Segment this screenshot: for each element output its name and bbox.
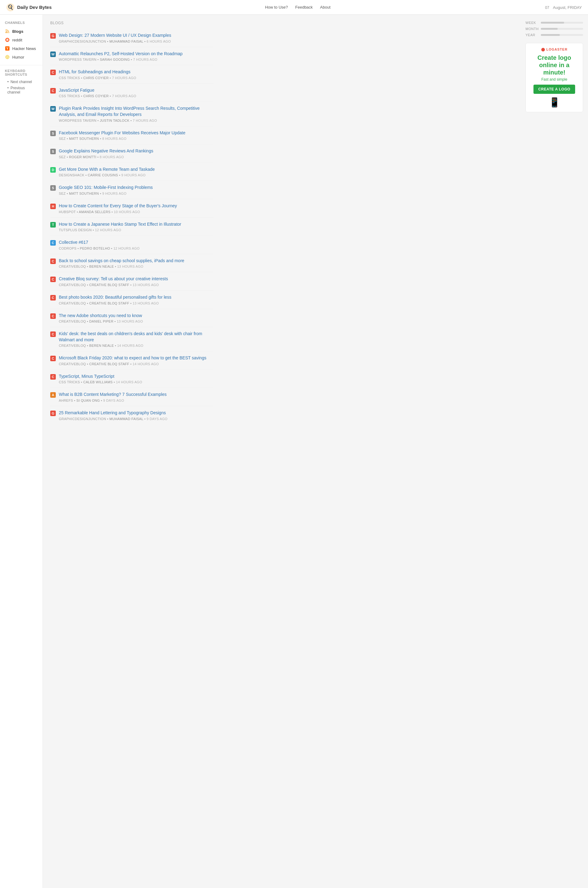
sidebar-item-humor[interactable]: Humor <box>0 53 43 61</box>
article-content: The new Adobe shortcuts you need to know… <box>59 313 213 323</box>
article-title[interactable]: 25 Remarkable Hand Lettering and Typogra… <box>59 410 213 416</box>
article-favicon: C <box>50 258 56 264</box>
article-favicon: C <box>50 332 56 337</box>
article-favicon: C <box>50 70 56 75</box>
sidebar-hackernews-label: Hacker News <box>12 46 36 51</box>
article-title[interactable]: How to Create a Japanese Hanko Stamp Tex… <box>59 221 213 227</box>
article-item: CJavaScript FatigueCSS TRICKS • Chris Co… <box>50 84 213 102</box>
article-content: How to Create Content for Every Stage of… <box>59 203 213 214</box>
stat-year: YEAR <box>525 33 583 37</box>
logo-text: Daily Dev Bytes <box>17 5 52 10</box>
article-item: GWeb Design: 27 Modern Website UI / UX D… <box>50 29 213 47</box>
article-content: Facebook Messenger Plugin For Websites R… <box>59 130 213 141</box>
article-item: DGet More Done With a Remote Team and Ta… <box>50 163 213 181</box>
article-item: WAutomattic Relaunches P2, Self-Hosted V… <box>50 47 213 66</box>
ad-block: ⬤ LOGASTER Create logoonline in aminute!… <box>525 43 583 112</box>
article-meta: SEZ • Roger Montti • 8 hours ago <box>59 155 213 159</box>
article-favicon: T <box>50 222 56 227</box>
article-item: CBest photo books 2020: Beautiful person… <box>50 291 213 309</box>
article-favicon: C <box>50 356 56 361</box>
article-content: 25 Remarkable Hand Lettering and Typogra… <box>59 410 213 421</box>
article-title[interactable]: What is B2B Content Marketing? 7 Success… <box>59 392 213 398</box>
article-meta: CREATIVEBLOQ • Creative Bloq Staff • 13 … <box>59 283 213 287</box>
article-item: G25 Remarkable Hand Lettering and Typogr… <box>50 406 213 424</box>
article-content: Automattic Relaunches P2, Self-Hosted Ve… <box>59 51 213 62</box>
sidebar-item-reddit[interactable]: reddit <box>0 36 43 44</box>
article-title[interactable]: Google Explains Negative Reviews And Ran… <box>59 148 213 154</box>
articles-list: GWeb Design: 27 Modern Website UI / UX D… <box>50 29 213 424</box>
header-date: 07 August, FRIDAY <box>544 3 582 11</box>
article-title[interactable]: TypeScript, Minus TypeScript <box>59 374 213 380</box>
article-content: What is B2B Content Marketing? 7 Success… <box>59 392 213 402</box>
article-item: CMicrosoft Black Friday 2020: what to ex… <box>50 352 213 370</box>
article-content: How to Create a Japanese Hanko Stamp Tex… <box>59 221 213 232</box>
article-meta: CREATIVEBLOQ • Creative Bloq Staff • 13 … <box>59 301 213 305</box>
article-meta: SEZ • Matt Southern • 8 hours ago <box>59 137 213 140</box>
article-favicon: C <box>50 240 56 246</box>
article-title[interactable]: The new Adobe shortcuts you need to know <box>59 313 213 319</box>
article-content: JavaScript FatigueCSS TRICKS • Chris Coy… <box>59 87 213 98</box>
sidebar-reddit-label: reddit <box>12 38 22 42</box>
reddit-icon <box>5 38 10 42</box>
sidebar-item-blogs[interactable]: Blogs <box>0 27 43 36</box>
article-title[interactable]: Kids' desk: the best deals on children's… <box>59 331 213 343</box>
logo[interactable]: 🍳 Daily Dev Bytes <box>6 3 52 12</box>
article-item: SGoogle Explains Negative Reviews And Ra… <box>50 144 213 163</box>
article-title[interactable]: Microsoft Black Friday 2020: what to exp… <box>59 355 213 361</box>
article-content: Collective #617CODROPS • Pedro Botelho •… <box>59 239 213 250</box>
article-content: Get More Done With a Remote Team and Tas… <box>59 167 213 177</box>
article-content: HTML for Subheadings and HeadingsCSS TRI… <box>59 69 213 80</box>
article-title[interactable]: Plugin Rank Provides Insight Into WordPr… <box>59 105 213 117</box>
article-meta: WORDPRESS TAVERN • Justin Tadlock • 7 ho… <box>59 119 213 122</box>
article-title[interactable]: Google SEO 101: Mobile-First Indexing Pr… <box>59 185 213 191</box>
article-title[interactable]: Automattic Relaunches P2, Self-Hosted Ve… <box>59 51 213 57</box>
stat-month-label: MONTH <box>525 27 538 31</box>
logo-icon: 🍳 <box>6 3 15 12</box>
stat-year-fill <box>541 34 560 36</box>
article-favicon: S <box>50 149 56 154</box>
article-title[interactable]: Facebook Messenger Plugin For Websites R… <box>59 130 213 136</box>
article-title[interactable]: Collective #617 <box>59 239 213 246</box>
article-item: WPlugin Rank Provides Insight Into WordP… <box>50 102 213 126</box>
svg-point-5 <box>6 39 7 40</box>
article-title[interactable]: JavaScript Fatigue <box>59 87 213 93</box>
how-to-link[interactable]: How to Use? <box>265 5 288 9</box>
article-title[interactable]: Best photo books 2020: Beautiful persona… <box>59 294 213 301</box>
article-item: SGoogle SEO 101: Mobile-First Indexing P… <box>50 181 213 199</box>
article-favicon: A <box>50 392 56 398</box>
article-favicon: C <box>50 313 56 319</box>
svg-text:🍳: 🍳 <box>8 4 14 10</box>
sidebar-blogs-label: Blogs <box>12 29 23 34</box>
shortcut-next: Next channel <box>0 79 43 85</box>
humor-icon <box>5 54 10 60</box>
article-title[interactable]: Web Design: 27 Modern Website UI / UX De… <box>59 33 213 39</box>
article-title[interactable]: Creative Bloq survey: Tell us about your… <box>59 276 213 282</box>
article-item: CKids' desk: the best deals on children'… <box>50 327 213 352</box>
article-title[interactable]: Get More Done With a Remote Team and Tas… <box>59 167 213 173</box>
article-content: Google Explains Negative Reviews And Ran… <box>59 148 213 159</box>
date-label: August, FRIDAY <box>553 5 582 10</box>
article-title[interactable]: HTML for Subheadings and Headings <box>59 69 213 75</box>
article-item: CBack to school savings on cheap school … <box>50 254 213 273</box>
article-favicon: C <box>50 276 56 282</box>
ad-subtext: Fast and simple <box>530 77 579 81</box>
shortcut-prev: Previous channel <box>0 85 43 95</box>
article-content: Web Design: 27 Modern Website UI / UX De… <box>59 33 213 43</box>
article-meta: CSS TRICKS • Chris Coyier • 7 hours ago <box>59 94 213 98</box>
hacker-news-icon: Y <box>5 46 10 51</box>
article-item: SFacebook Messenger Plugin For Websites … <box>50 126 213 145</box>
date-day: 07 <box>545 6 549 10</box>
svg-point-12 <box>8 56 8 57</box>
article-favicon: G <box>50 410 56 416</box>
about-link[interactable]: About <box>320 5 331 9</box>
feedback-link[interactable]: Feedback <box>296 5 313 9</box>
article-meta: GRAPHICDESIGNJUNCTION • Muhammad Faisal … <box>59 39 213 43</box>
ad-cta-button[interactable]: CREATE A LOGO <box>534 85 575 94</box>
article-meta: SEZ • Matt Southern • 9 hours ago <box>59 192 213 195</box>
article-title[interactable]: Back to school savings on cheap school s… <box>59 258 213 264</box>
article-item: CCollective #617CODROPS • Pedro Botelho … <box>50 236 213 254</box>
article-title[interactable]: How to Create Content for Every Stage of… <box>59 203 213 209</box>
ad-image: 📱 <box>530 97 579 108</box>
stat-week-fill <box>541 22 564 24</box>
sidebar-item-hacker-news[interactable]: Y Hacker News <box>0 44 43 53</box>
